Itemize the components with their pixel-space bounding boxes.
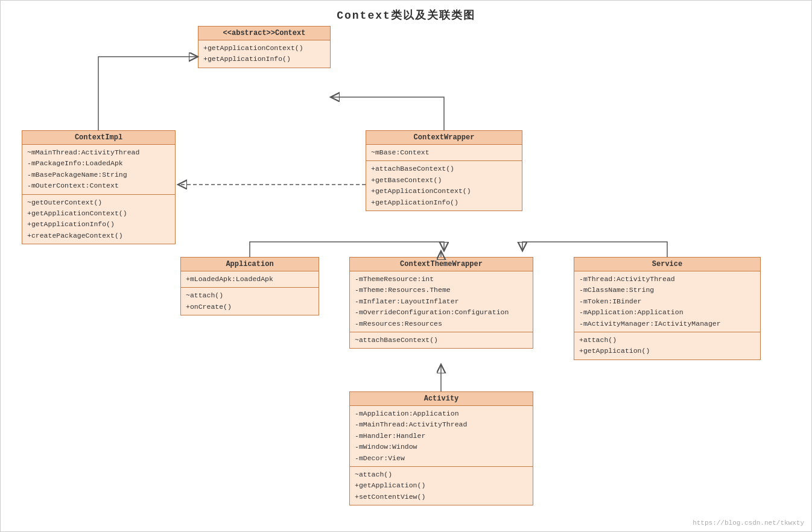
contextwrapper-fields: ~mBase:Context xyxy=(366,145,522,161)
contextimpl-methods: ~getOuterContext()+getApplicationContext… xyxy=(22,195,175,244)
activity-header: Activity xyxy=(350,392,533,406)
application-to-contextwrapper-line xyxy=(250,242,444,257)
application-box: Application +mLoadedApk:LoadedApk ~attac… xyxy=(180,257,319,315)
contextthemewrapper-box: ContextThemeWrapper -mThemeResource:int-… xyxy=(349,257,533,349)
contextimpl-header: ContextImpl xyxy=(22,131,175,145)
service-methods: +attach()+getApplication() xyxy=(574,332,760,359)
context-methods: +getApplicationContext()+getApplicationI… xyxy=(198,40,330,68)
contextwrapper-to-context-line xyxy=(331,97,444,130)
contextthemewrapper-methods: ~attachBaseContext() xyxy=(350,332,533,348)
activity-fields: -mApplication:Application-mMainThread:Ac… xyxy=(350,406,533,467)
contextimpl-to-context-line xyxy=(98,57,198,130)
context-header: <<abstract>>Context xyxy=(198,27,330,40)
service-fields: -mThread:ActivityThread-mClassName:Strin… xyxy=(574,271,760,332)
watermark: https://blog.csdn.net/tkwxty xyxy=(693,519,804,527)
application-fields: +mLoadedApk:LoadedApk xyxy=(181,271,319,288)
diagram-title: Context类以及关联类图 xyxy=(1,1,811,22)
contextthemewrapper-header: ContextThemeWrapper xyxy=(350,258,533,271)
contextthemewrapper-fields: -mThemeResource:int-mTheme:Resources.The… xyxy=(350,271,533,332)
contextwrapper-methods: +attachBaseContext()+getBaseContext()+ge… xyxy=(366,161,522,211)
application-header: Application xyxy=(181,258,319,271)
service-box: Service -mThread:ActivityThread-mClassNa… xyxy=(574,257,761,360)
service-to-contextwrapper-line xyxy=(522,242,667,257)
activity-box: Activity -mApplication:Application-mMain… xyxy=(349,391,533,505)
contextwrapper-header: ContextWrapper xyxy=(366,131,522,145)
contextimpl-box: ContextImpl ~mMainThread:ActivityThread-… xyxy=(22,130,176,244)
context-box: <<abstract>>Context +getApplicationConte… xyxy=(198,26,331,68)
application-methods: ~attach()+onCreate() xyxy=(181,288,319,315)
contextwrapper-box: ContextWrapper ~mBase:Context +attachBas… xyxy=(366,130,522,211)
activity-methods: ~attach()+getApplication()+setContentVie… xyxy=(350,467,533,505)
service-header: Service xyxy=(574,258,760,271)
diagram-container: Context类以及关联类图 <<abstract>>Context +getA… xyxy=(0,0,812,532)
contextimpl-fields: ~mMainThread:ActivityThread-mPackageInfo… xyxy=(22,145,175,195)
